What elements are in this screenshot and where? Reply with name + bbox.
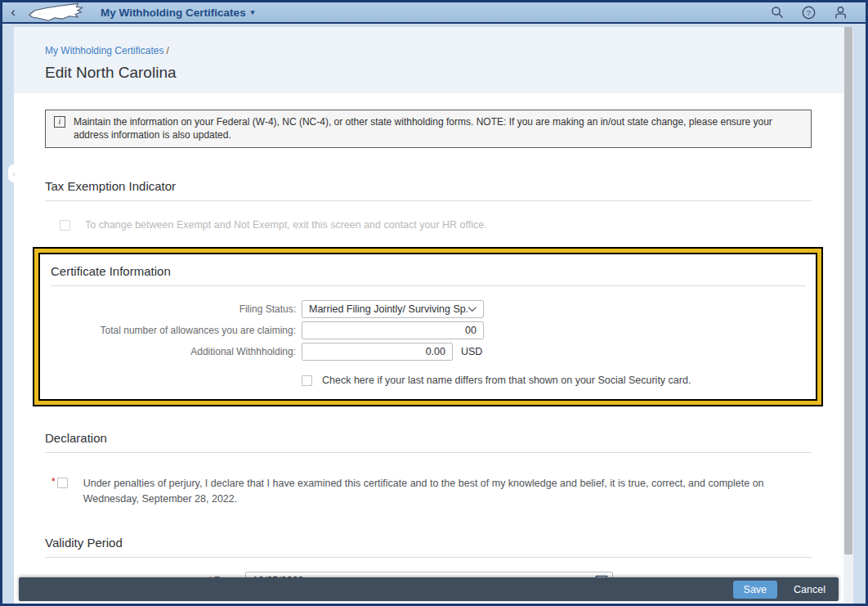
allowances-label: Total number of allowances you are claim… (51, 325, 296, 336)
search-icon[interactable] (771, 6, 784, 19)
page-header: My Withholding Certificates/ Edit North … (14, 27, 843, 93)
exemption-checkbox (60, 220, 70, 231)
allowances-input[interactable] (302, 321, 484, 339)
additional-withholding-input[interactable] (302, 343, 453, 361)
last-name-differs-label: Check here if your last name differs fro… (322, 375, 691, 386)
back-icon[interactable]: ‹ (2, 2, 24, 22)
currency-label: USD (461, 346, 482, 357)
last-name-differs-checkbox[interactable] (302, 375, 312, 386)
cancel-button[interactable]: Cancel (790, 581, 829, 598)
breadcrumb-separator: / (166, 45, 168, 56)
divider (45, 452, 812, 453)
tax-exemption-title: Tax Exemption Indicator (45, 179, 812, 193)
section-declaration: Declaration * Under penalties of perjury… (45, 431, 812, 505)
content-card: My Withholding Certificates/ Edit North … (14, 27, 843, 604)
footer-toolbar: Save Cancel (19, 577, 839, 601)
svg-text:?: ? (807, 8, 811, 17)
declaration-checkbox[interactable] (57, 478, 68, 488)
filing-status-select[interactable]: Married Filing Jointly/ Surviving Sp... (302, 300, 484, 318)
chevron-down-icon (468, 306, 477, 312)
declaration-text: Under penalties of perjury, I declare th… (83, 476, 812, 505)
info-banner: i Maintain the information on your Feder… (45, 110, 812, 148)
highlight-annotation-box: Certificate Information Filing Status: M… (33, 247, 823, 406)
chevron-down-icon: ▾ (251, 8, 255, 16)
app-frame: ‹ My Withholding Certificates ▾ ? (0, 0, 868, 606)
shell-header: ‹ My Withholding Certificates ▾ ? (2, 2, 866, 24)
declaration-title: Declaration (45, 431, 812, 445)
breadcrumb: My Withholding Certificates/ (45, 45, 812, 56)
vertical-scrollbar[interactable] (843, 27, 853, 604)
scrollbar-thumb[interactable] (844, 27, 852, 554)
required-marker: * (51, 476, 56, 505)
info-banner-text: Maintain the information on your Federal… (74, 115, 803, 141)
person-icon[interactable] (834, 6, 848, 20)
certificate-information-title: Certificate Information (51, 264, 806, 278)
save-button[interactable]: Save (733, 581, 778, 599)
breadcrumb-link-my-withholding-certificates[interactable]: My Withholding Certificates (45, 45, 163, 56)
exemption-checkbox-label: To change between Exempt and Not Exempt,… (85, 219, 487, 231)
side-panel-expand-icon[interactable]: ‹ (8, 164, 20, 182)
divider (51, 285, 806, 286)
page-title: Edit North Carolina (45, 64, 812, 82)
north-carolina-logo-icon (26, 2, 87, 23)
filing-status-value: Married Filing Jointly/ Surviving Sp... (309, 303, 468, 315)
app-title-menu[interactable]: My Withholding Certificates ▾ (101, 7, 254, 19)
info-icon: i (54, 116, 65, 128)
app-title-label: My Withholding Certificates (101, 7, 246, 19)
help-icon[interactable]: ? (802, 6, 816, 20)
additional-withholding-label: Additional Withhholding: (51, 346, 296, 357)
section-tax-exemption: Tax Exemption Indicator To change betwee… (45, 179, 812, 231)
validity-period-title: Validity Period (45, 536, 812, 550)
divider (45, 200, 812, 201)
divider (45, 557, 812, 558)
filing-status-label: Filing Status: (51, 303, 296, 315)
